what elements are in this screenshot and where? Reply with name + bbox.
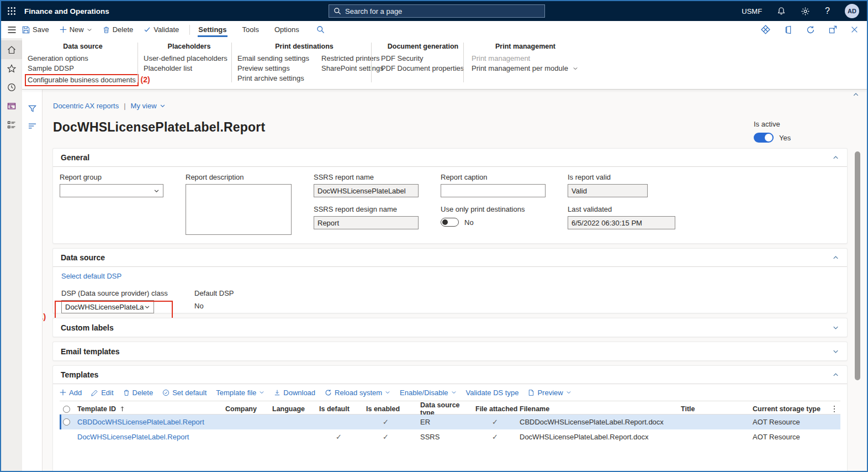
- toggle-on-pill[interactable]: [754, 133, 774, 143]
- col-filename[interactable]: Filename: [520, 405, 681, 413]
- office-apps-icon[interactable]: [784, 25, 792, 34]
- delete-template-button[interactable]: Delete: [123, 389, 154, 397]
- user-avatar[interactable]: AD: [845, 4, 859, 18]
- settings-gear-icon[interactable]: [801, 7, 810, 16]
- action-pane: Save New Delete Validate Settings Tools …: [1, 21, 867, 38]
- report-caption-label: Report caption: [441, 173, 546, 181]
- menu-item-pdf-security[interactable]: PDF Security: [381, 54, 465, 64]
- col-file-attached[interactable]: File attached: [475, 405, 520, 413]
- validate-ds-type-button[interactable]: Validate DS type: [466, 389, 519, 397]
- global-search-box[interactable]: [329, 4, 545, 18]
- reload-system-menu[interactable]: Reload system: [325, 389, 390, 397]
- search-input[interactable]: [345, 7, 540, 15]
- default-dsp-label: Default DSP: [194, 289, 234, 297]
- company-selector[interactable]: USMF: [742, 7, 762, 15]
- section-templates-header[interactable]: Templates: [53, 366, 847, 384]
- menu-item-user-defined-placeholders[interactable]: User-defined placeholders: [144, 54, 235, 64]
- enable-disable-menu[interactable]: Enable/Disable: [400, 389, 456, 397]
- col-template-id[interactable]: Template ID: [77, 405, 225, 413]
- menu-item-print-archive-settings[interactable]: Print archive settings: [237, 74, 309, 83]
- edit-button[interactable]: Edit: [91, 389, 113, 397]
- help-icon[interactable]: ?: [825, 6, 830, 16]
- refresh-icon[interactable]: [806, 25, 815, 34]
- notifications-bell-icon[interactable]: [777, 7, 786, 15]
- nav-workspace-icon[interactable]: [1, 97, 22, 116]
- nav-modules-list-icon[interactable]: [1, 116, 22, 134]
- menu-item-email-sending-settings[interactable]: Email sending settings: [237, 54, 309, 64]
- select-all-radio[interactable]: [63, 406, 70, 413]
- chevron-down-icon: [87, 27, 92, 33]
- nav-recent-clock-icon[interactable]: [1, 78, 22, 97]
- set-default-button[interactable]: Set default: [162, 389, 207, 397]
- use-only-print-destinations-toggle[interactable]: No: [441, 218, 546, 227]
- chevron-up-icon: [832, 254, 839, 261]
- dsp-class-dropdown[interactable]: DocWHSLicensePlateLabel...: [61, 300, 154, 313]
- tab-options[interactable]: Options: [274, 22, 300, 37]
- report-caption-field[interactable]: [441, 184, 546, 197]
- col-is-default[interactable]: Is default: [319, 405, 366, 413]
- template-id-link[interactable]: CBDDocWHSLicensePlateLabel.Report: [77, 418, 225, 426]
- vertical-scrollbar[interactable]: [855, 151, 860, 380]
- section-custom-labels-header[interactable]: Custom labels: [53, 318, 847, 337]
- last-validated-field: [568, 216, 675, 229]
- nav-favorites-star-icon[interactable]: [1, 59, 22, 78]
- menu-item-sharepoint-settings[interactable]: SharePoint settings: [321, 64, 384, 74]
- section-email-templates-header[interactable]: Email templates: [53, 342, 847, 360]
- ssrs-design-name-field: [314, 216, 419, 229]
- add-button[interactable]: Add: [60, 389, 82, 397]
- section-data-source: Data source Select default DSP DSP (Data…: [52, 248, 848, 313]
- list-view-lines-icon[interactable]: [22, 117, 42, 135]
- col-language[interactable]: Language: [272, 405, 319, 413]
- breadcrumb-link[interactable]: Docentric AX reports: [53, 102, 119, 110]
- col-is-enabled[interactable]: Is enabled: [366, 405, 420, 413]
- menu-item-generation-options[interactable]: Generation options: [28, 54, 138, 64]
- nav-hamburger-icon[interactable]: [1, 26, 22, 34]
- select-default-dsp-link[interactable]: Select default DSP: [61, 272, 121, 280]
- col-current-storage-type[interactable]: Current storage type: [753, 405, 833, 413]
- is-active-toggle[interactable]: Yes: [754, 133, 791, 143]
- col-company[interactable]: Company: [225, 405, 272, 413]
- ssrs-design-name-label: SSRS report design name: [314, 205, 419, 213]
- tab-tools[interactable]: Tools: [242, 22, 260, 37]
- save-floppy-icon: [22, 26, 30, 34]
- menu-item-pdf-document-properties[interactable]: PDF Document properties: [381, 64, 465, 74]
- filter-funnel-icon[interactable]: [22, 99, 42, 117]
- new-button[interactable]: New: [60, 25, 92, 34]
- section-data-source-header[interactable]: Data source: [53, 249, 847, 267]
- table-row[interactable]: DocWHSLicensePlateLabel.Report ✓ ✓ SSRS …: [60, 429, 840, 444]
- delete-button[interactable]: Delete: [103, 25, 134, 34]
- save-button[interactable]: Save: [22, 25, 49, 34]
- menu-item-print-management-per-module[interactable]: Print management per module: [472, 64, 579, 74]
- preview-menu[interactable]: Preview: [528, 389, 571, 397]
- report-description-textarea[interactable]: [186, 184, 292, 235]
- row-radio[interactable]: [63, 418, 70, 426]
- report-group-dropdown[interactable]: [60, 184, 163, 197]
- divider: [137, 43, 138, 82]
- grid-more-options-icon[interactable]: [833, 405, 841, 413]
- view-selector[interactable]: My view: [131, 102, 166, 110]
- menu-item-preview-settings[interactable]: Preview settings: [237, 64, 309, 74]
- app-launcher-waffle-icon[interactable]: [1, 7, 22, 15]
- download-button[interactable]: Download: [274, 389, 315, 397]
- section-general-header[interactable]: General: [53, 149, 847, 167]
- table-row[interactable]: CBDDocWHSLicensePlateLabel.Report ✓ ER ✓…: [60, 415, 840, 429]
- col-title[interactable]: Title: [681, 405, 753, 413]
- menu-item-configurable-business-documents[interactable]: Configurable business documents: [25, 74, 139, 86]
- action-pane-search-icon[interactable]: [316, 25, 325, 34]
- menu-item-sample-ddsp[interactable]: Sample DDSP: [28, 64, 138, 74]
- file-attached-check: ✓: [475, 418, 520, 426]
- template-id-link[interactable]: DocWHSLicensePlateLabel.Report: [77, 433, 225, 441]
- is-default-check: ✓: [319, 433, 366, 441]
- storage-type-value: AOT Resource: [753, 418, 833, 426]
- close-icon[interactable]: [851, 26, 858, 33]
- menu-item-placeholder-list[interactable]: Placeholder list: [144, 64, 235, 74]
- menu-item-restricted-printers[interactable]: Restricted printers: [321, 54, 384, 64]
- open-in-new-window-icon[interactable]: [829, 25, 837, 34]
- validate-button[interactable]: Validate: [144, 25, 179, 34]
- toggle-off-pill[interactable]: [441, 218, 459, 227]
- docentric-diamond-icon[interactable]: [761, 25, 770, 34]
- nav-home-icon[interactable]: [1, 40, 22, 59]
- tab-settings[interactable]: Settings: [198, 22, 227, 37]
- template-file-menu[interactable]: Template file: [216, 389, 264, 397]
- collapse-action-pane-chevron-up-icon[interactable]: [852, 91, 860, 98]
